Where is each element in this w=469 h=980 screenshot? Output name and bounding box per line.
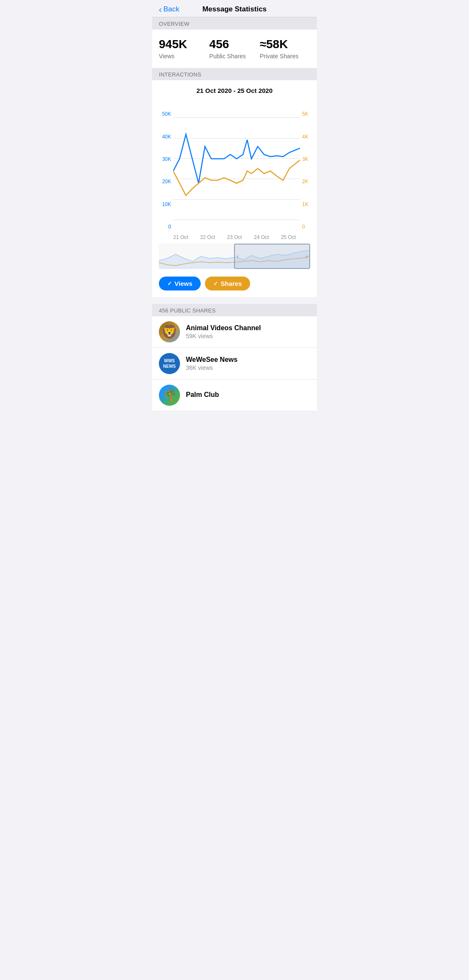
chart-title: 21 Oct 2020 - 25 Oct 2020 [152,80,317,98]
public-shares-label: Public Shares [209,53,259,60]
toggle-buttons: ✓ Views ✓ Shares [152,272,317,292]
x-labels: 21 Oct 22 Oct 23 Oct 24 Oct 25 Oct [152,233,317,240]
overview-stats: 945K Views 456 Public Shares ≈58K Privat… [152,30,317,68]
channel-list: 🦁 Animal Videos Channel 59K views WWSNEW… [152,316,317,411]
shares-toggle-label: Shares [221,280,242,287]
overview-section-label: OVERVIEW [152,17,317,30]
y-right-2k: 2K [302,179,317,185]
private-shares-value: ≈58K [260,38,310,51]
avatar: 🌴 [159,385,180,406]
shares-check-icon: ✓ [213,280,218,287]
channel-info: Palm Club [186,391,310,399]
back-label: Back [164,5,180,14]
channel-views: 36K views [186,364,310,371]
y-left-20k: 20K [152,179,171,185]
avatar: 🦁 [159,321,180,342]
header: ‹ Back Message Statistics [152,0,317,17]
y-right-4k: 4K [302,134,317,140]
y-right-3k: 3K [302,156,317,162]
lion-icon: 🦁 [161,325,178,339]
private-shares-stat: ≈58K Private Shares [260,38,310,60]
private-shares-label: Private Shares [260,53,310,60]
list-item[interactable]: 🦁 Animal Videos Channel 59K views [152,316,317,348]
main-chart-area: 50K 40K 30K 20K 10K 0 5K 4K 3K 2K 1K 0 [152,98,317,233]
orange-line [173,160,300,195]
x-label-25: 25 Oct [281,234,296,240]
public-shares-value: 456 [209,38,259,51]
x-label-22: 22 Oct [200,234,215,240]
y-left-30k: 30K [152,156,171,162]
mini-nav-left-icon[interactable]: ‹ [237,253,239,260]
public-shares-stat: 456 Public Shares [209,38,259,60]
channel-name: WeWeSee News [186,356,310,364]
list-item[interactable]: 🌴 Palm Club [152,380,317,411]
y-right-5k: 5K [302,111,317,117]
mini-nav-right-icon[interactable]: › [305,253,308,260]
views-value: 945K [159,38,209,51]
channel-name: Palm Club [186,391,310,399]
palm-icon: 🌴 [162,389,177,401]
y-right-1k: 1K [302,201,317,207]
views-check-icon: ✓ [167,280,172,287]
interactions-section-label: INTERACTIONS [152,68,317,80]
y-left-0: 0 [152,224,171,230]
blue-line [173,134,300,183]
mini-chart[interactable]: ‹ › [159,244,310,269]
views-label: Views [159,53,209,60]
channel-name: Animal Videos Channel [186,324,310,332]
news-avatar-text: WWSNEWS [163,358,176,369]
y-left-40k: 40K [152,134,171,140]
shares-toggle-button[interactable]: ✓ Shares [205,277,250,290]
y-left-10k: 10K [152,201,171,207]
y-left-50k: 50K [152,111,171,117]
interactions-section: 21 Oct 2020 - 25 Oct 2020 50K 40K 30K 20… [152,80,317,297]
back-button[interactable]: ‹ Back [159,5,179,14]
list-item[interactable]: WWSNEWS WeWeSee News 36K views [152,348,317,380]
views-toggle-button[interactable]: ✓ Views [159,277,201,290]
shares-section-label: 456 PUBLIC SHARES [152,304,317,316]
views-stat: 945K Views [159,38,209,60]
channel-views: 59K views [186,333,310,339]
x-label-24: 24 Oct [254,234,269,240]
x-label-21: 21 Oct [173,234,188,240]
x-label-23: 23 Oct [227,234,242,240]
chart-svg [173,98,300,220]
y-right-0: 0 [302,224,317,230]
back-chevron-icon: ‹ [159,5,162,14]
avatar: WWSNEWS [159,353,180,374]
shares-section: 456 PUBLIC SHARES 🦁 Animal Videos Channe… [152,304,317,411]
views-toggle-label: Views [175,280,192,287]
channel-info: Animal Videos Channel 59K views [186,324,310,339]
mini-chart-selection[interactable]: ‹ › [234,244,310,269]
page-title: Message Statistics [202,5,267,14]
channel-info: WeWeSee News 36K views [186,356,310,371]
